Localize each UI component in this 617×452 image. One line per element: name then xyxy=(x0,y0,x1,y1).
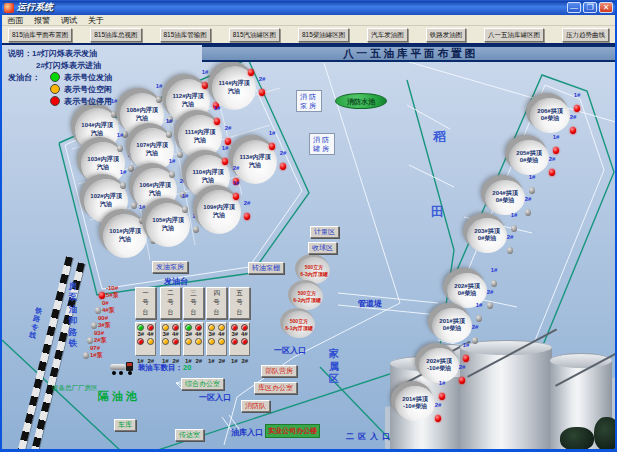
toolbar-button-1[interactable]: 815油库平面布置图 xyxy=(8,28,72,42)
ball-receiving-area: 收球区 xyxy=(308,242,337,254)
window-title: 运行系统 xyxy=(17,1,565,14)
rail-pump-2泵: 93# 2#泵 xyxy=(87,330,107,344)
indicator-label: 1# xyxy=(210,105,224,111)
platform-name-4: 四 号 台 xyxy=(206,287,227,319)
platform-lamp-yellow xyxy=(162,338,169,345)
indicator-label: 1# xyxy=(472,302,486,308)
small-tank-label: 500立方6-2内浮顶罐 xyxy=(293,290,321,302)
toolbar-button-5[interactable]: 815柴油罐区图 xyxy=(298,28,349,42)
platform-lamp-green xyxy=(137,324,144,331)
indicator-1: 1# xyxy=(549,134,563,158)
pump-label: 97# 1#泵 xyxy=(90,345,103,359)
platform-lamp-red xyxy=(137,338,144,345)
toolbar-button-6[interactable]: 汽车发油图 xyxy=(367,28,408,42)
platform-lamps-5: 3#4# xyxy=(229,322,250,356)
indicator-2: 2# xyxy=(431,402,445,426)
minimize-button[interactable]: — xyxy=(567,2,581,13)
indicator-label: 1# xyxy=(113,132,127,138)
depot-office: 库区办公室 xyxy=(254,382,297,394)
tank-label: 201#拱顶-10#柴油 xyxy=(395,396,435,411)
diesel-tank-201-0柴油[interactable]: 201#拱顶0#柴油1#2# xyxy=(432,308,472,343)
tank-label: 202#拱顶-10#柴油 xyxy=(419,358,459,373)
indicator-label: 1# xyxy=(198,69,212,75)
indicator-lamp-icon xyxy=(166,131,172,138)
legend-item-text: 表示号位停用 xyxy=(64,96,112,107)
maximize-button[interactable]: ❐ xyxy=(583,2,597,13)
gas-tank-111[interactable]: 111#内浮顶汽油1#2# xyxy=(178,115,222,159)
menu-item-4[interactable]: 关于 xyxy=(88,15,104,26)
platform-name-5: 五 号 台 xyxy=(229,287,250,319)
indicator-label: 2# xyxy=(483,289,497,295)
platform-lamp-yellow xyxy=(147,338,154,345)
menu-item-3[interactable]: 调试 xyxy=(61,15,77,26)
troops-barracks: 部队营房 xyxy=(261,365,297,377)
tank-shape: 201#拱顶-10#柴油 xyxy=(395,386,435,421)
indicator-label: 1# xyxy=(116,169,130,175)
indicator-lamp-icon xyxy=(225,138,231,145)
diesel-tank-204-0柴油[interactable]: 204#拱顶0#柴油1#2# xyxy=(485,180,525,215)
indicator-label: 2# xyxy=(431,402,445,408)
indicator-label: 1# xyxy=(218,145,232,151)
platform-lamp-yellow xyxy=(185,338,192,345)
legend-item-3: 表示号位停用 xyxy=(8,95,112,107)
pump-lamp-icon xyxy=(91,322,97,329)
indicator-lamp-icon xyxy=(169,171,175,178)
canvas-title-text: 八一五油库平面布置图 xyxy=(343,47,478,59)
canvas-title: 八一五油库平面布置图 xyxy=(202,45,617,62)
tank-label: 108#内浮顶汽油 xyxy=(120,107,164,122)
toolbar-button-2[interactable]: 815油库总视图 xyxy=(90,28,141,42)
tank-label: 101#内浮顶汽油 xyxy=(103,228,147,243)
small-tank-6-1内浮顶罐[interactable]: 500立方6-1内浮顶罐 xyxy=(283,311,315,338)
pump-lamp-icon xyxy=(87,337,93,344)
indicator-label: 1# xyxy=(229,180,243,186)
diesel-tank-201--10柴油[interactable]: 201#拱顶-10#柴油1#2# xyxy=(395,386,435,421)
platform-lamp-yellow xyxy=(218,324,225,331)
menu-item-1[interactable]: 画面 xyxy=(7,15,23,26)
indicator-1: 1# xyxy=(472,302,486,326)
gas-tank-109[interactable]: 109#内浮顶汽油1#2# xyxy=(197,190,241,234)
diesel-tank-202--10柴油[interactable]: 202#拱顶-10#柴油1#2# xyxy=(419,348,459,383)
indicator-lamp-icon xyxy=(111,111,117,118)
toolbar-button-9[interactable]: 压力趋势曲线 xyxy=(562,28,609,42)
toolbar-button-8[interactable]: 八一五油库罐区图 xyxy=(484,28,544,42)
platform-lamp-yellow xyxy=(195,338,202,345)
indicator-lamp-icon xyxy=(553,147,559,154)
legend-prefix: 发油台： xyxy=(8,72,46,83)
tank-label: 112#内浮顶汽油 xyxy=(166,93,210,108)
gas-tank-114[interactable]: 114#内浮顶汽油1#2# xyxy=(212,66,256,110)
indicator-lamp-icon xyxy=(120,182,126,189)
truck-counter-value: 20 xyxy=(183,363,191,372)
family-area: 家 属 区 xyxy=(328,348,340,386)
diesel-tank-206-0柴油[interactable]: 206#拱顶0#柴油1#2# xyxy=(530,98,570,133)
indicator-2: 2# xyxy=(240,200,254,224)
diesel-tank-205-0柴油[interactable]: 205#拱顶0#柴油1#2# xyxy=(509,140,549,175)
indicator-lamp-icon xyxy=(139,217,145,224)
menu-item-2[interactable]: 报警 xyxy=(34,15,50,26)
legend-note-1: 说明：1#灯闪烁表示发油 xyxy=(8,48,112,59)
indicator-1: 1# xyxy=(525,174,539,198)
indicator-label: 2# xyxy=(468,324,482,330)
pipeline-dike: 管道堤 xyxy=(358,298,382,309)
platform-lamp-yellow xyxy=(162,324,169,331)
tank-label: 201#拱顶0#柴油 xyxy=(432,318,472,333)
small-tank-label: 500立方6-3内浮顶罐 xyxy=(300,264,328,276)
close-button[interactable]: ✕ xyxy=(599,2,613,13)
small-tank-6-2内浮顶罐[interactable]: 500立方6-2内浮顶罐 xyxy=(291,283,323,310)
menu-bar: 画面报警调试关于 xyxy=(2,15,615,26)
gas-tank-105[interactable]: 105#内浮顶汽油1#2# xyxy=(146,203,190,247)
tank-shape: 204#拱顶0#柴油 xyxy=(485,180,525,215)
toolbar-button-3[interactable]: 815油库管输图 xyxy=(160,28,211,42)
toolbar-button-4[interactable]: 815汽油罐区图 xyxy=(229,28,280,42)
tank-label: 110#内浮顶汽油 xyxy=(186,169,230,184)
indicator-label: 1# xyxy=(570,92,584,98)
platform-lamp-red xyxy=(241,324,248,331)
small-tank-6-3内浮顶罐[interactable]: 500立方6-3内浮顶罐 xyxy=(298,257,330,284)
fire-brigade: 消防队 xyxy=(241,400,270,412)
indicator-lamp-icon xyxy=(491,280,497,287)
loading-area-title: 发油台 xyxy=(164,276,188,287)
toolbar-button-7[interactable]: 铁路发油图 xyxy=(426,28,467,42)
gas-tank-101[interactable]: 101#内浮顶汽油1#2# xyxy=(103,214,147,258)
small-tank-label: 500立方6-1内浮顶罐 xyxy=(285,318,313,330)
indicator-label: 2# xyxy=(276,150,290,156)
diesel-tank-203-0柴油[interactable]: 203#拱顶0#柴油1#2# xyxy=(467,218,507,253)
